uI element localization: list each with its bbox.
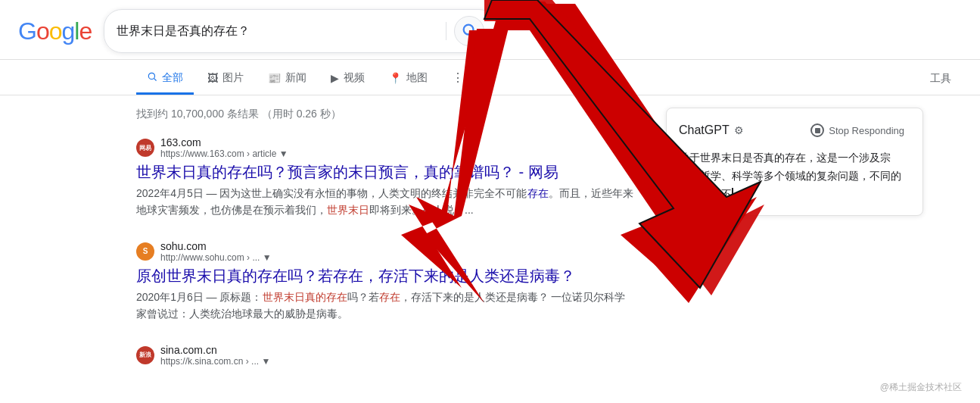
chatgpt-text: 关于世界末日是否真的存在，这是一个涉及宗教、哲学、科学等多个领域的复杂问题，不同…: [679, 152, 901, 200]
tab-images-icon: 🖼: [207, 72, 218, 84]
svg-line-7: [472, 33, 475, 36]
favicon: S: [136, 242, 154, 261]
snippet-link-exist1[interactable]: 存在: [527, 187, 549, 199]
header: Google 世界末日是否真的存在？: [0, 0, 980, 60]
snippet-text: 2022年4月5日 — 因为这世上确实没有永恒的事物，人类文明的终结并非完全不可…: [136, 187, 527, 199]
chatgpt-content: 关于世界末日是否真的存在，这是一个涉及宗教、哲学、科学等多个领域的复杂问题，不同…: [679, 149, 910, 203]
tab-video[interactable]: ▶ 视频: [320, 64, 375, 95]
stop-circle-icon: [810, 123, 824, 137]
stop-square-icon: [815, 128, 820, 133]
results-area: 找到约 10,700,000 条结果 （用时 0.26 秒） 网易 163.co…: [0, 95, 980, 388]
tab-more[interactable]: ⋮ 更多: [441, 63, 500, 95]
tab-images-label: 图片: [222, 71, 244, 85]
tools-label: 工具: [930, 72, 951, 84]
tab-video-icon: ▶: [331, 72, 339, 84]
search-input[interactable]: 世界末日是否真的存在？: [117, 24, 412, 38]
result-stats: 找到约 10,700,000 条结果 （用时 0.26 秒）: [136, 108, 636, 121]
result-source: S sohu.com http://www.sohu.com › ... ▼: [136, 240, 636, 263]
snippet-link-exist2[interactable]: 存在: [379, 291, 400, 303]
tab-more-label: 更多: [468, 71, 490, 85]
chatgpt-header: ChatGPT ⚙ Stop Responding: [679, 120, 910, 140]
chatgpt-panel: ChatGPT ⚙ Stop Responding 关于世界末日是否真的存在，这…: [666, 108, 923, 216]
source-domain: sina.com.cn: [160, 344, 270, 356]
tab-more-icon: ⋮: [452, 70, 464, 85]
stop-responding-label: Stop Responding: [829, 125, 904, 136]
source-info: sina.com.cn https://k.sina.com.cn › ... …: [160, 344, 270, 367]
snippet-text: 即将到来。有人说，...: [369, 204, 474, 216]
result-item: S sohu.com http://www.sohu.com › ... ▼ 原…: [136, 240, 636, 323]
snippet-link-doomsday2[interactable]: 世界末日真的存在: [263, 291, 347, 303]
source-info: sohu.com http://www.sohu.com › ... ▼: [160, 240, 272, 263]
google-logo: Google: [18, 17, 92, 45]
source-url: http://www.sohu.com › ... ▼: [160, 252, 272, 263]
tab-all-label: 全部: [162, 71, 183, 85]
favicon: 网易: [136, 139, 154, 157]
cursor-blink: [732, 188, 733, 200]
chatgpt-name: ChatGPT: [679, 123, 730, 137]
tab-video-label: 视频: [344, 71, 365, 85]
result-source: 网易 163.com https://www.163.com › article…: [136, 136, 636, 159]
result-title[interactable]: 世界末日真的存在吗？预言家的末日预言，真的靠谱吗？ - 网易: [136, 162, 636, 182]
tab-maps-icon: 📍: [389, 72, 402, 84]
source-url: https://www.163.com › article ▼: [160, 148, 288, 159]
stop-responding-button[interactable]: Stop Responding: [804, 120, 910, 140]
gear-icon: ⚙: [734, 124, 744, 136]
watermark: @稀土掘金技术社区: [880, 381, 962, 394]
svg-line-9: [154, 79, 157, 81]
tab-maps-label: 地图: [406, 71, 428, 85]
result-source: 新浪 sina.com.cn https://k.sina.com.cn › .…: [136, 344, 636, 367]
main-results: 找到约 10,700,000 条结果 （用时 0.26 秒） 网易 163.co…: [136, 108, 636, 388]
search-divider: [446, 22, 446, 40]
tabs-bar: 全部 🖼 图片 📰 新闻 ▶ 视频 📍 地图 ⋮ 更多 工具: [0, 60, 980, 95]
search-action-icons: [418, 16, 484, 46]
result-title[interactable]: 原创世界末日真的存在吗？若存在，存活下来的是人类还是病毒？: [136, 266, 636, 286]
snippet-text: 吗？若: [347, 291, 379, 303]
source-domain: sohu.com: [160, 240, 272, 252]
tools-button[interactable]: 工具: [919, 64, 962, 93]
tab-maps[interactable]: 📍 地图: [378, 64, 438, 95]
mic-button[interactable]: [418, 23, 425, 40]
tab-images[interactable]: 🖼 图片: [197, 64, 254, 95]
search-bar: 世界末日是否真的存在？: [104, 9, 497, 53]
tab-news-label: 新闻: [285, 71, 306, 85]
tab-all[interactable]: 全部: [136, 64, 194, 95]
lens-button[interactable]: [432, 23, 438, 40]
tab-news[interactable]: 📰 新闻: [257, 64, 317, 95]
tab-all-icon: [147, 71, 157, 84]
chatgpt-title: ChatGPT ⚙: [679, 123, 744, 137]
snippet-text: 2020年1月6日 — 原标题：: [136, 291, 263, 303]
result-snippet: 2020年1月6日 — 原标题：世界末日真的存在吗？若存在，存活下来的是人类还是…: [136, 289, 636, 323]
favicon: 新浪: [136, 346, 154, 364]
snippet-link-doomsday[interactable]: 世界末日: [327, 204, 369, 216]
source-domain: 163.com: [160, 136, 288, 148]
tab-news-icon: 📰: [268, 72, 281, 84]
result-item: 新浪 sina.com.cn https://k.sina.com.cn › .…: [136, 344, 636, 367]
search-icon: [461, 22, 478, 41]
search-button[interactable]: [454, 16, 484, 46]
result-item: 网易 163.com https://www.163.com › article…: [136, 136, 636, 219]
result-snippet: 2022年4月5日 — 因为这世上确实没有永恒的事物，人类文明的终结并非完全不可…: [136, 185, 636, 219]
source-url: https://k.sina.com.cn › ... ▼: [160, 356, 270, 367]
source-info: 163.com https://www.163.com › article ▼: [160, 136, 288, 159]
